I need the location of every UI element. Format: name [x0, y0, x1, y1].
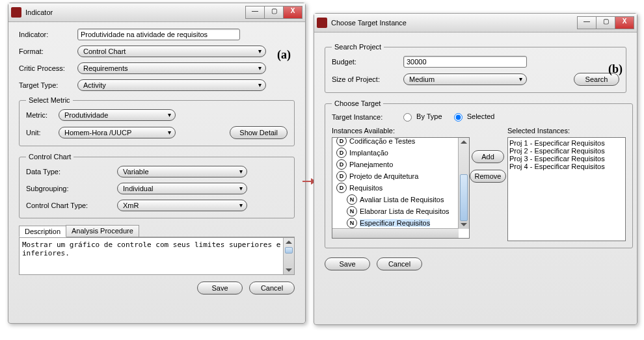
control-chart-legend: Control Chart: [26, 153, 74, 161]
folder-node-icon: D: [336, 159, 347, 170]
list-item[interactable]: Proj 4 - Especificar Requisitos: [509, 163, 624, 170]
tree-item-label: Projeto de Arquitetura: [349, 172, 418, 180]
critic-process-combo[interactable]: Requirements: [77, 62, 266, 74]
radio-by-type[interactable]: By Type: [403, 112, 442, 122]
folder-node-icon: D: [336, 183, 347, 193]
choose-target-window: Choose Target Instance — ▢ X (b) Search …: [314, 13, 637, 325]
target-type-combo[interactable]: Activity: [77, 79, 266, 91]
search-project-legend: Search Project: [332, 43, 384, 51]
leaf-node-icon: N: [347, 218, 357, 228]
remove-button[interactable]: Remove: [470, 170, 506, 183]
list-item[interactable]: Proj 2 - Especificar Requisitos: [509, 147, 624, 155]
instances-available-label: Instances Available:: [332, 127, 468, 135]
maximize-button[interactable]: ▢: [264, 6, 284, 19]
subgrouping-label: Subgrouping:: [26, 185, 117, 192]
tree-item[interactable]: DPlanejamento: [334, 159, 457, 170]
window-title: Indicator: [25, 8, 246, 16]
add-button[interactable]: Add: [472, 150, 504, 163]
scrollbar[interactable]: [283, 238, 294, 274]
subgrouping-combo[interactable]: Individual: [117, 183, 247, 194]
choose-target-legend: Choose Target: [332, 99, 383, 107]
data-type-combo[interactable]: Variable: [117, 166, 247, 177]
select-metric-group: Select Metric Metric: Produtividade Unit…: [19, 96, 295, 146]
tree-item[interactable]: NElaborar Lista de Requisitos: [334, 205, 457, 217]
tree-scrollbar-v[interactable]: [458, 138, 469, 229]
window-title: Choose Target Instance: [331, 19, 578, 27]
metric-combo[interactable]: Produtividade: [59, 109, 176, 121]
indicator-label: Indicator:: [19, 31, 77, 38]
control-chart-group: Control Chart Data Type: Variable Subgro…: [19, 153, 295, 218]
tree-item[interactable]: NAvaliar Lista de Requisitos: [334, 194, 457, 205]
radio-selected[interactable]: Selected: [454, 112, 495, 122]
folder-node-icon: D: [336, 171, 347, 181]
description-text: Mostrar um gráfico de controle com seus …: [22, 241, 280, 257]
list-item[interactable]: Proj 1 - Especificar Requisitos: [509, 139, 624, 147]
leaf-node-icon: N: [347, 194, 357, 205]
description-textarea[interactable]: Mostrar um gráfico de controle com seus …: [19, 237, 295, 275]
search-project-group: Search Project Budget: Size of Project: …: [325, 43, 626, 93]
cancel-button[interactable]: Cancel: [249, 281, 295, 294]
selected-instances-list[interactable]: Proj 1 - Especificar RequisitosProj 2 - …: [507, 137, 626, 241]
show-detail-button[interactable]: Show Detail: [230, 126, 288, 139]
size-combo[interactable]: Medium: [403, 73, 527, 85]
tree-item[interactable]: DImplantação: [334, 147, 457, 159]
select-metric-legend: Select Metric: [26, 96, 73, 104]
folder-node-icon: D: [336, 137, 347, 146]
titlebar[interactable]: Indicator — ▢ X: [8, 3, 305, 22]
size-label: Size of Project:: [332, 75, 403, 83]
connector-arrow: [302, 181, 312, 182]
save-button[interactable]: Save: [197, 281, 243, 294]
scroll-thumb[interactable]: [460, 174, 468, 221]
app-icon: [317, 18, 327, 28]
tree-item-label: Especificar Requisitos: [360, 219, 430, 227]
tree-item-label: Implantação: [349, 149, 388, 157]
minimize-button[interactable]: —: [577, 16, 597, 29]
metric-label: Metric:: [26, 111, 59, 119]
target-type-label: Target Type:: [19, 81, 77, 89]
instances-tree[interactable]: DCodificação e TestesDImplantaçãoDPlanej…: [332, 137, 470, 239]
maximize-button[interactable]: ▢: [596, 16, 615, 29]
selected-instances-label: Selected Instances:: [507, 127, 626, 135]
format-combo[interactable]: Control Chart: [77, 46, 266, 57]
tree-item-label: Codificação e Testes: [349, 137, 415, 145]
cc-type-label: Control Chart Type:: [26, 202, 117, 209]
close-button[interactable]: X: [615, 16, 634, 29]
tree-item[interactable]: DProjeto de Arquitetura: [334, 170, 457, 182]
tabs: Description Analysis Procedure: [19, 225, 295, 237]
figure-label-a: (a): [277, 48, 291, 62]
scroll-thumb[interactable]: [285, 247, 293, 254]
list-item[interactable]: Proj 3 - Especificar Requisitos: [509, 155, 624, 163]
tree-item-label: Avaliar Lista de Requisitos: [360, 196, 444, 203]
tab-analysis[interactable]: Analysis Procedure: [66, 225, 139, 237]
close-button[interactable]: X: [283, 6, 302, 19]
figure-label-b: (b): [608, 62, 623, 76]
unit-label: Unit:: [26, 129, 59, 137]
tree-item[interactable]: DCodificação e Testes: [334, 137, 457, 147]
minimize-button[interactable]: —: [245, 6, 265, 19]
app-icon: [11, 7, 21, 18]
tree-item-label: Planejamento: [349, 161, 393, 168]
unit-combo[interactable]: Homem-Hora /UUCP: [59, 127, 176, 138]
tree-item[interactable]: DRequisitos: [334, 182, 457, 194]
tab-description[interactable]: Description: [19, 226, 66, 237]
format-label: Format:: [19, 47, 77, 55]
budget-input[interactable]: [403, 56, 527, 68]
folder-node-icon: D: [336, 148, 347, 158]
budget-label: Budget:: [332, 58, 403, 66]
indicator-window: Indicator — ▢ X (a) Indicator: Format: C…: [8, 3, 306, 324]
tree-item-label: Requisitos: [349, 184, 382, 192]
choose-target-group: Choose Target Target Instance: By Type S…: [325, 99, 633, 248]
cancel-button[interactable]: Cancel: [377, 257, 422, 270]
indicator-input[interactable]: [77, 29, 240, 40]
tree-item[interactable]: NEspecificar Requisitos: [334, 217, 457, 229]
tree-scrollbar-h[interactable]: [332, 228, 459, 238]
data-type-label: Data Type:: [26, 168, 117, 176]
critic-process-label: Critic Process:: [19, 64, 77, 72]
leaf-node-icon: N: [347, 206, 357, 216]
titlebar[interactable]: Choose Target Instance — ▢ X: [314, 14, 637, 33]
cc-type-combo[interactable]: XmR: [117, 200, 247, 211]
target-instance-label: Target Instance:: [332, 113, 403, 121]
save-button[interactable]: Save: [325, 257, 370, 270]
tree-item-label: Elaborar Lista de Requisitos: [360, 207, 449, 215]
